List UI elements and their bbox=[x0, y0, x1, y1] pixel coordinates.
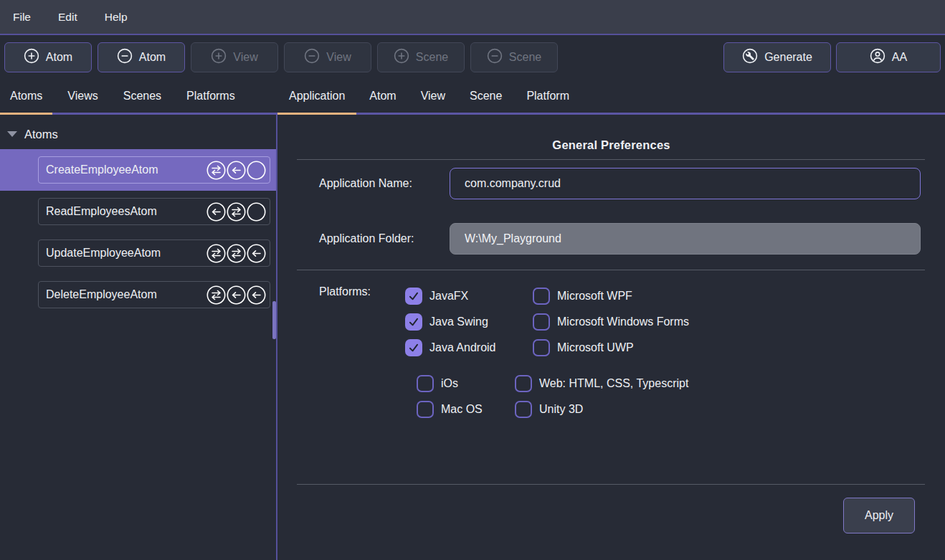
generate-label: Generate bbox=[764, 51, 812, 64]
account-button[interactable]: AA bbox=[836, 42, 941, 72]
platforms-label: Platforms: bbox=[319, 285, 371, 298]
arrow-left-icon[interactable] bbox=[247, 285, 266, 305]
swap-arrows-icon[interactable] bbox=[227, 202, 246, 222]
minus-circle-icon bbox=[304, 48, 320, 67]
checkbox-label: Microsoft WPF bbox=[557, 290, 632, 303]
tab-platforms[interactable]: Platforms bbox=[176, 79, 245, 115]
empty-circle-icon[interactable] bbox=[247, 202, 266, 222]
remove-view-button: View bbox=[284, 42, 371, 72]
menu-file[interactable]: File bbox=[13, 11, 31, 24]
checkbox-label: Unity 3D bbox=[539, 403, 583, 416]
arrow-left-icon[interactable] bbox=[227, 161, 246, 180]
add-scene-button: Scene bbox=[377, 42, 465, 72]
add-scene-label: Scene bbox=[416, 51, 448, 64]
tree-item-label: CreateEmployeeAtom bbox=[46, 163, 158, 176]
remove-atom-label: Atom bbox=[139, 51, 166, 64]
platform-row: iOs Web: HTML, CSS, Typescript bbox=[277, 371, 945, 397]
platform-row: Mac OS Unity 3D bbox=[277, 397, 945, 422]
add-view-label: View bbox=[233, 51, 257, 64]
menu-help[interactable]: Help bbox=[105, 11, 128, 24]
tree-item-delete-employee-atom[interactable]: DeleteEmployeeAtom bbox=[0, 274, 276, 315]
menu-bar: File Edit Help bbox=[0, 0, 945, 35]
arrow-left-icon[interactable] bbox=[227, 285, 246, 305]
arrow-left-icon[interactable] bbox=[206, 202, 226, 222]
add-atom-label: Atom bbox=[46, 51, 72, 64]
tab-application[interactable]: Application bbox=[277, 79, 356, 115]
application-folder-label: Application Folder: bbox=[319, 232, 450, 245]
menu-edit[interactable]: Edit bbox=[58, 11, 77, 24]
application-folder-input bbox=[450, 223, 921, 255]
tree-item-label: ReadEmployeesAtom bbox=[46, 205, 157, 218]
swap-arrows-icon[interactable] bbox=[206, 161, 226, 180]
divider bbox=[297, 270, 925, 270]
swap-arrows-icon[interactable] bbox=[227, 244, 246, 263]
add-view-button: View bbox=[191, 42, 278, 72]
tab-scenes[interactable]: Scenes bbox=[113, 79, 171, 115]
toolbar: Atom Atom View View Scene Scene Gen bbox=[0, 35, 945, 79]
checkbox-label: Microsoft UWP bbox=[557, 341, 634, 354]
tree-item-create-employee-atom[interactable]: CreateEmployeeAtom bbox=[0, 149, 276, 191]
checkbox-label: Mac OS bbox=[441, 403, 483, 416]
minus-circle-icon bbox=[487, 48, 503, 67]
swap-arrows-icon[interactable] bbox=[206, 244, 226, 263]
wrench-circle-icon bbox=[742, 48, 758, 67]
generate-button[interactable]: Generate bbox=[723, 42, 831, 72]
main-tabstrip: Application Atom View Scene Platform bbox=[277, 79, 945, 115]
user-circle-icon bbox=[870, 48, 885, 67]
checkbox-label: JavaFX bbox=[429, 290, 468, 303]
tab-views[interactable]: Views bbox=[57, 79, 108, 115]
tree-root-label: Atoms bbox=[24, 128, 58, 141]
checkbox-ios[interactable] bbox=[417, 375, 434, 392]
swap-arrows-icon[interactable] bbox=[206, 285, 226, 305]
tree-item-label: UpdateEmployeeAtom bbox=[46, 247, 161, 260]
atoms-tree-panel: Atoms CreateEmployeeAtom ReadEmployeesAt… bbox=[0, 115, 277, 560]
left-tabstrip: Atoms Views Scenes Platforms bbox=[0, 79, 277, 115]
empty-circle-icon[interactable] bbox=[247, 161, 266, 180]
checkbox-label: Java Swing bbox=[429, 315, 488, 328]
checkbox-label: Web: HTML, CSS, Typescript bbox=[539, 377, 688, 390]
divider bbox=[297, 159, 925, 160]
remove-scene-button: Scene bbox=[470, 42, 558, 72]
application-preferences-panel: General Preferences Application Name: Ap… bbox=[277, 115, 945, 560]
tab-scene[interactable]: Scene bbox=[458, 79, 513, 115]
plus-circle-icon bbox=[211, 48, 227, 67]
tab-view[interactable]: View bbox=[409, 79, 457, 115]
arrow-left-icon[interactable] bbox=[247, 244, 266, 263]
checkbox-microsoft-wpf[interactable] bbox=[533, 288, 550, 305]
application-folder-row: Application Folder: bbox=[277, 223, 945, 255]
tree-item-label: DeleteEmployeeAtom bbox=[46, 288, 157, 301]
divider bbox=[297, 484, 925, 485]
apply-button[interactable]: Apply bbox=[843, 498, 915, 533]
tab-platform[interactable]: Platform bbox=[515, 79, 581, 115]
checkbox-microsoft-uwp[interactable] bbox=[533, 339, 550, 356]
plus-circle-icon bbox=[394, 48, 409, 67]
checkbox-java-swing[interactable] bbox=[405, 313, 422, 331]
vertical-scrollbar-thumb[interactable] bbox=[272, 301, 276, 339]
checkbox-javafx[interactable] bbox=[405, 288, 422, 305]
checkbox-web-html-css-typescript[interactable] bbox=[515, 375, 532, 392]
tab-row: Atoms Views Scenes Platforms Application… bbox=[0, 79, 945, 115]
application-name-input[interactable] bbox=[450, 168, 921, 199]
tab-atoms[interactable]: Atoms bbox=[0, 79, 52, 115]
add-atom-button[interactable]: Atom bbox=[4, 42, 92, 72]
account-label: AA bbox=[892, 51, 907, 64]
checkbox-java-android[interactable] bbox=[405, 339, 422, 356]
remove-atom-button[interactable]: Atom bbox=[98, 42, 185, 72]
checkbox-microsoft-windows-forms[interactable] bbox=[533, 313, 550, 331]
platform-row: Java Swing Microsoft Windows Forms bbox=[277, 309, 945, 335]
tree-root-atoms[interactable]: Atoms bbox=[0, 123, 276, 145]
plus-circle-icon bbox=[24, 48, 39, 67]
remove-scene-label: Scene bbox=[509, 51, 541, 64]
checkbox-unity-3d[interactable] bbox=[515, 401, 532, 418]
tab-atom[interactable]: Atom bbox=[358, 79, 407, 115]
checkbox-label: Java Android bbox=[429, 341, 496, 354]
chevron-down-icon[interactable] bbox=[7, 131, 17, 137]
tree-item-read-employees-atom[interactable]: ReadEmployeesAtom bbox=[0, 191, 276, 232]
tree-item-update-employee-atom[interactable]: UpdateEmployeeAtom bbox=[0, 232, 276, 274]
remove-view-label: View bbox=[326, 51, 351, 64]
platform-row: Java Android Microsoft UWP bbox=[277, 335, 945, 361]
page-title: General Preferences bbox=[277, 138, 945, 152]
platforms-section: Platforms: JavaFX Microsoft WPF Java Swi… bbox=[277, 283, 945, 422]
checkbox-mac-os[interactable] bbox=[417, 401, 434, 418]
application-name-label: Application Name: bbox=[319, 177, 450, 190]
